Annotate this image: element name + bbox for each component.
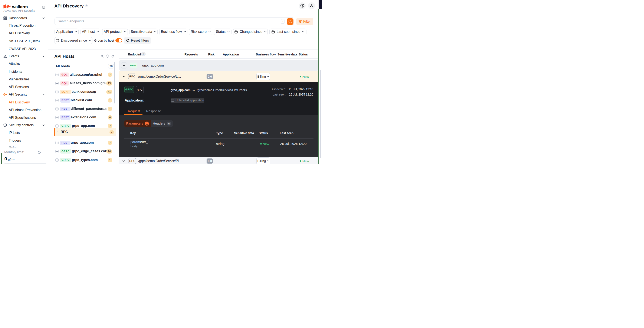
svg-text:?: ? <box>86 5 87 7</box>
